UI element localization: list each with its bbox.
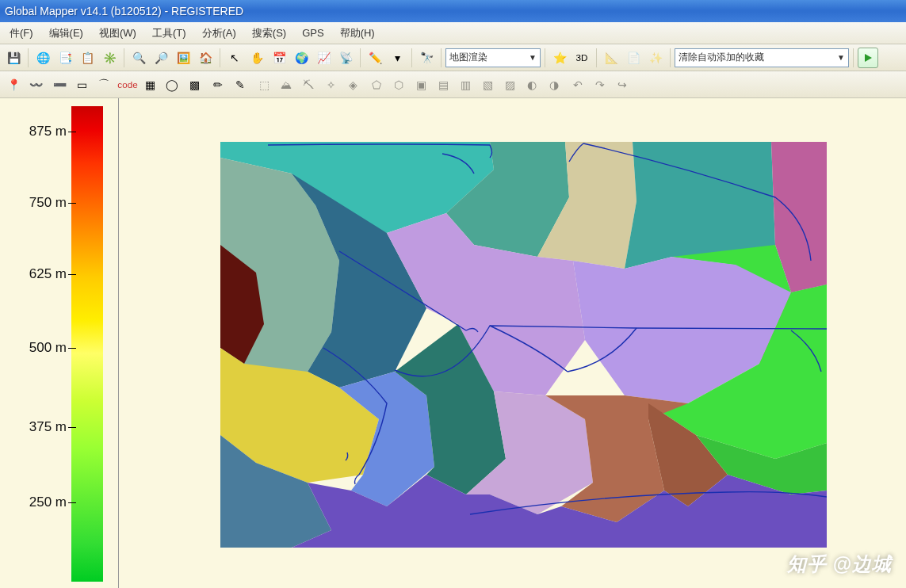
legend-labels: 875 m 750 m 625 m 500 m 375 m 250 m bbox=[5, 106, 71, 582]
grid3-icon[interactable]: ▦ bbox=[140, 74, 160, 95]
zoom-in-icon[interactable]: 🔍 bbox=[128, 48, 149, 68]
menubar: 件(F) 编辑(E) 视图(W) 工具(T) 分析(A) 搜索(S) GPS 帮… bbox=[0, 22, 906, 44]
shape-3-icon: ▣ bbox=[411, 74, 431, 95]
3d-icon[interactable]: 3D bbox=[572, 48, 592, 68]
stream-line bbox=[636, 328, 827, 329]
menu-tools[interactable]: 工具(T) bbox=[144, 23, 194, 44]
edit-line-icon[interactable]: ➖ bbox=[49, 74, 70, 95]
pencil-a-icon[interactable]: ✏ bbox=[208, 74, 228, 95]
clipboard-icon: 📄 bbox=[623, 48, 644, 68]
chevron-down-icon: ▼ bbox=[837, 53, 845, 62]
legend-label: 375 m bbox=[29, 419, 67, 435]
star-icon: ✨ bbox=[645, 48, 666, 68]
color-ramp bbox=[71, 106, 103, 582]
shape-4-icon: ▤ bbox=[433, 74, 453, 95]
home-icon[interactable]: 🏠 bbox=[195, 48, 216, 68]
tool-4-icon: ⟡ bbox=[320, 74, 341, 95]
shape-2-icon: ⬡ bbox=[388, 74, 409, 95]
favorites-icon[interactable]: ⭐ bbox=[549, 48, 570, 68]
binoculars-icon[interactable]: 🔭 bbox=[416, 48, 437, 68]
favorites-combo[interactable]: 清除自动添加的收藏 ▼ bbox=[675, 48, 849, 67]
menu-file[interactable]: 件(F) bbox=[2, 23, 41, 44]
zoom-out-icon[interactable]: 🔎 bbox=[151, 48, 171, 68]
dropdown-icon[interactable]: ▾ bbox=[387, 48, 407, 68]
grid-icon[interactable]: ▩ bbox=[184, 74, 205, 95]
next-icon: ↪ bbox=[612, 74, 633, 95]
menu-help[interactable]: 帮助(H) bbox=[332, 23, 383, 44]
legend-label: 750 m bbox=[29, 195, 67, 211]
svg-marker-0 bbox=[865, 54, 872, 62]
toolbar-main: 💾 🌐 📑 📋 ✳️ 🔍 🔎 🖼️ 🏠 ↖ ✋ 📅 🌍 📈 📡 ✏️ ▾ 🔭 地… bbox=[0, 44, 906, 71]
pencil-b-icon[interactable]: ✎ bbox=[230, 74, 250, 95]
tool-3-icon: ⛏ bbox=[298, 74, 319, 95]
play-button[interactable] bbox=[858, 48, 878, 68]
chevron-down-icon: ▼ bbox=[529, 53, 537, 62]
gps-icon[interactable]: 📡 bbox=[335, 48, 356, 68]
legend-label: 500 m bbox=[29, 340, 67, 356]
code-icon[interactable]: code bbox=[117, 74, 138, 95]
titlebar: Global Mapper v14.1 (b120512) - REGISTER… bbox=[0, 0, 906, 22]
tool-2-icon: ⛰ bbox=[276, 74, 296, 95]
chart-icon[interactable]: 📈 bbox=[313, 48, 334, 68]
menu-gps[interactable]: GPS bbox=[294, 24, 331, 42]
window-title: Global Mapper v14.1 (b120512) - REGISTER… bbox=[5, 5, 243, 17]
globe-icon[interactable]: 🌐 bbox=[32, 48, 53, 68]
calendar-icon[interactable]: 📅 bbox=[269, 48, 289, 68]
edit-poly-icon[interactable]: ▭ bbox=[71, 74, 92, 95]
save-icon[interactable]: 💾 bbox=[3, 48, 24, 68]
toolbar-digitize: 📍 〰️ ➖ ▭ ⌒ code ▦ ◯ ▩ ✏ ✎ ⬚ ⛰ ⛏ ⟡ ◈ ⬠ ⬡ … bbox=[0, 71, 906, 98]
measure-icon: 📐 bbox=[601, 48, 621, 68]
digitize-point-icon[interactable]: 📍 bbox=[3, 74, 24, 95]
redo-icon: ↷ bbox=[590, 74, 610, 95]
digitize-curve-icon[interactable]: 〰️ bbox=[25, 74, 46, 95]
legend-label: 625 m bbox=[29, 266, 67, 282]
draw-line-icon[interactable]: ✏️ bbox=[365, 48, 385, 68]
layers-icon[interactable]: 📑 bbox=[55, 48, 75, 68]
shape-6-icon: ▧ bbox=[477, 74, 498, 95]
overlay-control-icon[interactable]: 📋 bbox=[77, 48, 97, 68]
menu-search[interactable]: 搜索(S) bbox=[244, 23, 294, 44]
shape-8-icon: ◐ bbox=[522, 74, 542, 95]
undo-icon: ↶ bbox=[568, 74, 588, 95]
elevation-legend: 875 m 750 m 625 m 500 m 375 m 250 m bbox=[0, 98, 119, 588]
shape-7-icon: ▨ bbox=[499, 74, 520, 95]
combo-value: 地图渲染 bbox=[449, 51, 487, 64]
globe-zoom-icon[interactable]: 🌍 bbox=[291, 48, 312, 68]
map-layout-combo[interactable]: 地图渲染 ▼ bbox=[445, 48, 541, 67]
full-extent-icon[interactable]: 🖼️ bbox=[173, 48, 193, 68]
content-area: 875 m 750 m 625 m 500 m 375 m 250 m 知乎 @… bbox=[0, 98, 906, 588]
menu-view[interactable]: 视图(W) bbox=[91, 23, 144, 44]
edit-arc-icon[interactable]: ⌒ bbox=[94, 74, 114, 95]
watermark: 知乎 @边城 bbox=[787, 552, 892, 577]
map-canvas[interactable] bbox=[220, 142, 827, 548]
tool-1-icon: ⬚ bbox=[254, 74, 274, 95]
legend-label: 250 m bbox=[29, 494, 67, 510]
shape-9-icon: ◑ bbox=[544, 74, 564, 95]
combo-value: 清除自动添加的收藏 bbox=[679, 51, 764, 64]
map-view[interactable] bbox=[119, 98, 906, 588]
menu-edit[interactable]: 编辑(E) bbox=[41, 23, 91, 44]
tool-5-icon: ◈ bbox=[342, 74, 363, 95]
config-icon[interactable]: ✳️ bbox=[99, 48, 120, 68]
shape-5-icon: ▥ bbox=[455, 74, 476, 95]
menu-analysis[interactable]: 分析(A) bbox=[194, 23, 244, 44]
ellipse-icon[interactable]: ◯ bbox=[162, 74, 182, 95]
shape-1-icon: ⬠ bbox=[366, 74, 387, 95]
pointer-icon[interactable]: ↖ bbox=[224, 48, 245, 68]
pan-icon[interactable]: ✋ bbox=[247, 48, 267, 68]
legend-label: 875 m bbox=[29, 124, 67, 139]
